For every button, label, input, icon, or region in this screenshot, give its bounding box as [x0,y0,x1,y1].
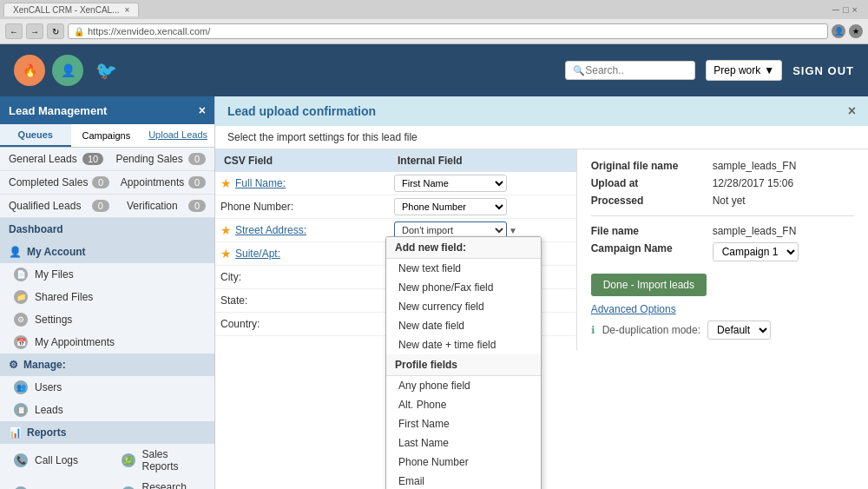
add-new-header: Add new field: [386,237,541,259]
lock-icon: 🔒 [74,27,84,36]
queue-row-1: General Leads 10 Pending Sales 0 [0,148,214,171]
table-row-phone: Phone Number: Phone Number [215,195,576,219]
appointments-icon: 📅 [14,335,28,349]
search-box[interactable]: 🔍 [565,61,695,80]
dropdown-item-email[interactable]: Email [386,472,541,489]
sidebar-item-users[interactable]: 👥 Users [0,376,214,399]
sidebar-section-manage[interactable]: ⚙ Manage: [0,354,214,376]
sidebar-item-my-files[interactable]: 📄 My Files [0,263,214,286]
sidebar-close-btn[interactable]: × [199,103,206,117]
logo-area: 🔥 👤 🐦 [14,55,122,86]
dropdown-item-new-date[interactable]: New date field [386,316,541,335]
tab-campaigns[interactable]: Campaigns [71,124,142,147]
sidebar-item-sales-reports[interactable]: 💹 Sales Reports [108,444,215,477]
address-bar[interactable]: 🔒 https://xenvideo.xencall.com/ [68,23,828,39]
dropdown-item-new-datetime[interactable]: New date + time field [386,335,541,354]
divider-1 [591,215,854,216]
street-link[interactable]: Street Address: [235,224,306,236]
dedup-label: De-duplication mode: [602,324,700,336]
bookmark-icon[interactable]: ★ [849,24,863,38]
confirmation-close-btn[interactable]: × [848,103,856,119]
prep-work-arrow: ▼ [764,64,774,76]
dropdown-arrow: ▼ [509,226,517,235]
internal-select-phone[interactable]: Phone Number [394,198,507,215]
tab-title: XenCALL CRM - XenCAL... [13,5,119,15]
info-row-campaign: Campaign Name Campaign 1 [591,242,854,261]
browser-tab[interactable]: XenCALL CRM - XenCAL... × [3,3,139,17]
csv-cell-city: City: [220,271,394,283]
csv-cell-fullname: ★ Full Name: [220,176,394,190]
back-button[interactable]: ← [5,23,23,39]
original-file-value: sample_leads_FN [713,160,797,172]
dropdown-item-new-text[interactable]: New text field [386,259,541,278]
my-appointments-label: My Appointments [35,336,115,348]
upload-leads-link[interactable]: Upload Leads [141,124,214,147]
table-row-full-name: ★ Full Name: First Name [215,172,576,195]
reload-button[interactable]: ↻ [47,23,64,39]
sidebar-item-productivity[interactable]: 📈 Productivity [0,477,108,489]
processed-value: Not yet [713,195,746,207]
sidebar-item-settings[interactable]: ⚙ Settings [0,308,214,331]
search-icon: 🔍 [573,65,585,76]
queue-label-verification[interactable]: Verification [127,200,178,212]
search-input[interactable] [585,64,681,76]
queue-label-pending[interactable]: Pending Sales [115,153,182,165]
sidebar-item-shared-files[interactable]: 📁 Shared Files [0,286,214,308]
prep-work-button[interactable]: Prep work ▼ [706,60,782,81]
queue-count-verification: 0 [188,200,206,212]
suite-link[interactable]: Suite/Apt: [235,248,280,260]
field-dropdown-menu: Add new field: New text field New phone/… [385,236,542,489]
info-row-upload: Upload at 12/28/2017 15:06 [591,177,854,189]
advanced-options-link[interactable]: Advanced Options [591,303,854,315]
sidebar-header: Lead Management × [0,96,214,124]
dropdown-item-new-phone-fax[interactable]: New phone/Fax field [386,278,541,297]
dropdown-item-new-currency[interactable]: New currency field [386,297,541,316]
queue-count-qualified: 0 [92,200,109,212]
tab-close-btn[interactable]: × [124,5,129,15]
queue-label-completed[interactable]: Completed Sales [9,176,88,188]
dashboard-label: Dashboard [9,223,63,235]
sidebar-item-research-calls[interactable]: 🔬 Research Calls [108,477,215,489]
sidebar-item-my-appointments[interactable]: 📅 My Appointments [0,331,214,354]
queue-label-qualified[interactable]: Qualified Leads [9,200,81,212]
import-leads-button[interactable]: Done - Import leads [591,274,707,296]
subtitle-text: Select the import settings for this lead… [215,126,868,149]
city-label: City: [220,271,241,283]
queue-row-3: Qualified Leads 0 Verification 0 [0,195,214,218]
sign-out-button[interactable]: SIGN OUT [792,64,854,77]
star-icon-suite: ★ [220,247,232,261]
logo-bird-icon: 🐦 [90,55,122,86]
import-btn-row: Done - Import leads [591,267,854,296]
sidebar-item-leads[interactable]: 📋 Leads [0,399,214,421]
dropdown-item-alt-phone[interactable]: Alt. Phone [386,395,541,414]
dropdown-item-last-name[interactable]: Last Name [386,433,541,453]
profile-icon[interactable]: 👤 [832,24,845,38]
sidebar-section-my-account[interactable]: 👤 My Account [0,241,214,263]
sidebar-item-call-logs[interactable]: 📞 Call Logs [0,444,108,477]
campaign-select[interactable]: Campaign 1 [713,242,799,261]
sidebar-section-reports[interactable]: 📊 Reports [0,421,214,444]
shared-files-label: Shared Files [35,291,93,303]
main-container: Lead Management × Queues Campaigns Uploa… [0,96,868,489]
sidebar-section-dashboard[interactable]: Dashboard [0,218,214,241]
dropdown-item-phone-number[interactable]: Phone Number [386,453,541,472]
person-icon: 👤 [9,246,22,258]
internal-select-fullname[interactable]: First Name [394,175,507,192]
queue-label-general[interactable]: General Leads [9,153,77,165]
browser-maximize[interactable]: □ [843,4,849,15]
import-table: CSV Field Internal Field ★ Full Name: Fi… [215,149,577,350]
dropdown-item-first-name[interactable]: First Name [386,414,541,433]
dropdown-item-any-phone[interactable]: Any phone field [386,376,541,395]
fullname-link[interactable]: Full Name: [235,177,286,189]
file-name-value: sample_leads_FN [713,225,797,237]
browser-minimize[interactable]: ─ [832,4,839,15]
state-label: State: [220,294,247,307]
sidebar: Lead Management × Queues Campaigns Uploa… [0,96,215,489]
forward-button[interactable]: → [26,23,43,39]
users-label: Users [35,381,62,393]
queue-label-appointments[interactable]: Appointments [121,176,184,188]
manage-icon: ⚙ [9,359,18,371]
browser-close[interactable]: × [852,4,858,15]
dedup-select[interactable]: Default [707,320,771,340]
tab-queues[interactable]: Queues [0,124,71,147]
